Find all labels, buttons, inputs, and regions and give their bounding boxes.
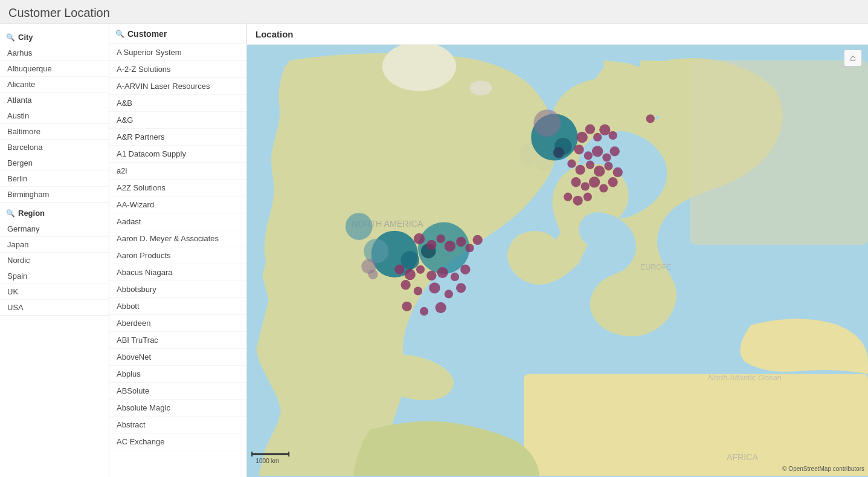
svg-point-51 (584, 151, 593, 160)
customer-list-item[interactable]: A&B (109, 95, 246, 112)
city-list-item[interactable]: Berlin (0, 171, 109, 187)
svg-point-25 (416, 265, 425, 274)
svg-point-65 (608, 177, 617, 187)
city-list-item[interactable]: Baltimore (0, 124, 109, 140)
svg-point-46 (585, 125, 595, 134)
city-filter-list[interactable]: AarhusAlbuquerqueAlicanteAtlantaAustinBa… (0, 45, 109, 203)
customer-label: Customer (127, 29, 167, 39)
svg-point-2 (469, 80, 492, 95)
customer-list-item[interactable]: AA-Wizard (109, 196, 246, 213)
svg-point-31 (414, 287, 422, 295)
region-list-item[interactable]: Spain (0, 268, 109, 284)
map-container: NORTH AMERICA EUROPE North Atlantic Ocea… (247, 45, 868, 476)
customer-list-item[interactable]: A&R Partners (109, 129, 246, 146)
customer-list-item[interactable]: A1 Datacom Supply (109, 146, 246, 163)
svg-point-50 (574, 144, 583, 154)
region-list-item[interactable]: USA (0, 300, 109, 316)
map-panel: Location (247, 24, 868, 477)
customer-list-item[interactable]: A-2-Z Solutions (109, 61, 246, 78)
customer-list-item[interactable]: Abplus (109, 366, 246, 383)
customer-list-item[interactable]: Aadast (109, 213, 246, 230)
svg-point-53 (602, 153, 611, 161)
customer-list-item[interactable]: Absolute Magic (109, 400, 246, 417)
customer-list[interactable]: A Superior SystemA-2-Z SolutionsA-ARVIN … (109, 44, 246, 477)
page-title: Customer Location (0, 0, 868, 24)
svg-text:EUROPE: EUROPE (640, 263, 672, 271)
customer-list-item[interactable]: A&G (109, 112, 246, 129)
region-list-item[interactable]: Nordic (0, 253, 109, 268)
region-list-item[interactable]: Japan (0, 237, 109, 253)
customer-list-item[interactable]: ABI TruTrac (109, 332, 246, 349)
customer-header: 🔍 Customer (109, 24, 246, 44)
svg-point-16 (414, 233, 425, 244)
customer-list-item[interactable]: A-ARVIN Laser Resources (109, 78, 246, 95)
svg-point-56 (576, 165, 585, 175)
customer-list-item[interactable]: Abstract (109, 417, 246, 433)
city-list-item[interactable]: Barcelona (0, 140, 109, 155)
svg-point-43 (553, 147, 564, 158)
svg-point-59 (604, 162, 612, 170)
svg-point-55 (567, 160, 576, 168)
city-filter-label: City (18, 33, 33, 42)
svg-text:AFRICA: AFRICA (727, 452, 759, 462)
customer-list-item[interactable]: A Superior System (109, 44, 246, 61)
left-filter-panel: 🔍 City AarhusAlbuquerqueAlicanteAtlantaA… (0, 24, 109, 477)
svg-point-27 (437, 267, 448, 278)
osm-credit-text: © OpenStreetMap contributors (782, 466, 864, 472)
customer-list-item[interactable]: Aaron D. Meyer & Associates (109, 230, 246, 247)
svg-point-30 (400, 280, 410, 290)
svg-point-49 (608, 131, 617, 140)
svg-point-18 (436, 235, 445, 243)
svg-point-24 (405, 269, 416, 280)
svg-point-45 (577, 132, 588, 143)
svg-point-21 (465, 244, 474, 252)
svg-point-57 (586, 161, 594, 169)
svg-point-44 (533, 109, 561, 137)
customer-list-item[interactable]: ABSolute (109, 383, 246, 400)
customer-list-item[interactable]: Abbott (109, 298, 246, 315)
city-list-item[interactable]: Atlanta (0, 92, 109, 108)
svg-point-23 (394, 265, 404, 274)
customer-list-item[interactable]: a2i (109, 163, 246, 180)
svg-point-54 (610, 146, 620, 156)
svg-rect-5 (690, 60, 868, 245)
svg-point-36 (420, 307, 428, 316)
city-list-item[interactable]: Austin (0, 108, 109, 124)
osm-credit: © OpenStreetMap contributors (782, 466, 864, 472)
region-filter-list[interactable]: GermanyJapanNordicSpainUKUSA (0, 221, 109, 316)
svg-point-33 (445, 290, 453, 298)
svg-point-61 (571, 177, 580, 187)
svg-point-20 (456, 237, 466, 247)
city-list-item[interactable]: Albuquerque (0, 61, 109, 77)
svg-point-68 (583, 193, 592, 201)
city-list-item[interactable]: Aarhus (0, 45, 109, 61)
customer-list-item[interactable]: A2Z Solutions (109, 180, 246, 196)
customer-list-item[interactable]: AboveNet (109, 349, 246, 366)
region-filter-section: 🔍 Region GermanyJapanNordicSpainUKUSA (0, 203, 109, 316)
svg-point-37 (435, 302, 446, 313)
svg-point-19 (445, 241, 455, 251)
svg-point-22 (473, 235, 483, 245)
customer-list-item[interactable]: Aberdeen (109, 315, 246, 332)
home-icon: ⌂ (850, 53, 856, 63)
region-search-icon: 🔍 (6, 209, 15, 218)
map-svg: NORTH AMERICA EUROPE North Atlantic Ocea… (247, 45, 868, 476)
svg-point-28 (451, 273, 459, 281)
customer-list-item[interactable]: Aaron Products (109, 247, 246, 264)
customer-list-item[interactable]: AC Exchange (109, 433, 246, 450)
svg-point-66 (564, 193, 572, 201)
city-list-item[interactable]: Birmingham (0, 187, 109, 203)
svg-point-29 (460, 265, 470, 274)
svg-point-67 (573, 196, 582, 206)
home-button[interactable]: ⌂ (844, 50, 862, 67)
customer-list-item[interactable]: Abacus Niagara (109, 264, 246, 281)
region-list-item[interactable]: Germany (0, 221, 109, 237)
city-filter-section: 🔍 City AarhusAlbuquerqueAlicanteAtlantaA… (0, 24, 109, 203)
region-list-item[interactable]: UK (0, 284, 109, 300)
city-list-item[interactable]: Bergen (0, 155, 109, 171)
svg-point-58 (594, 166, 605, 177)
region-filter-label: Region (18, 209, 45, 218)
customer-list-item[interactable]: Abbotsbury (109, 281, 246, 298)
city-list-item[interactable]: Alicante (0, 77, 109, 92)
customer-panel: 🔍 Customer A Superior SystemA-2-Z Soluti… (109, 24, 247, 477)
